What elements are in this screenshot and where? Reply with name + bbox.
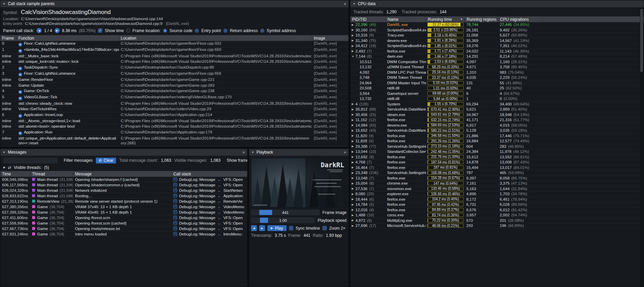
- table-row[interactable]: inlinestd::unique_ptr<Application,std::d…: [0, 136, 349, 146]
- frame-jump-icon[interactable]: ▶: [18, 90, 22, 94]
- collapse-icon[interactable]: ▼: [353, 2, 355, 5]
- scrollbar-thumb[interactable]: [640, 9, 643, 72]
- callstack-icon[interactable]: [173, 221, 177, 225]
- message-callstack[interactable]: DebugLog::Message←VFS::Open: [172, 227, 247, 231]
- message-callstack[interactable]: DebugLog::Message←StartNetwo: [172, 188, 247, 192]
- radio-source-code[interactable]: [163, 29, 167, 33]
- expand-icon[interactable]: ▶: [352, 23, 355, 26]
- expand-icon[interactable]: ▶: [352, 49, 355, 53]
- expand-icon[interactable]: ▶: [352, 203, 355, 206]
- table-row[interactable]: 606,049,398nsMain thread(31,596)Opening …: [0, 177, 247, 182]
- table-row[interactable]: ▶14,784(5)firefox.exe97.95 ms (0.42%)6,7…: [350, 202, 644, 207]
- prev-parent-button[interactable]: ◀: [36, 28, 42, 33]
- visible-threads-row[interactable]: ▶ ⇄ Visible threads: (5): [0, 165, 247, 171]
- table-row[interactable]: ▶35,812(88)ServiceHub.DataWarehou670.41 …: [350, 107, 644, 112]
- table-row[interactable]: 24,964DWM Master Input Thread5.03 ms (0.…: [350, 81, 644, 86]
- expand-icon[interactable]: ▶: [352, 192, 355, 196]
- table-row[interactable]: 627,831,246nsGame(36,704)Intro menu load…: [0, 231, 247, 237]
- column-header-running-time[interactable]: Running time ▼: [426, 16, 465, 22]
- table-row[interactable]: ▶2,492(7)firefox.exe1.71 s (7.42%)24,022…: [350, 49, 644, 54]
- table-row[interactable]: ▶11,828(6)firefox.exe291.26 ms (1.26%)16…: [350, 139, 644, 144]
- table-row[interactable]: ▶14,984(50)devenv.exe584.69 ms (2.53%)6,…: [350, 123, 644, 128]
- table-row[interactable]: ▼7,144(8)dwm.exe1.66 s (7.18%)14,2918,21…: [350, 54, 644, 59]
- table-row[interactable]: 627,380,356nsGame(36,704)VRAM 37x45: 13 …: [0, 204, 247, 210]
- column-header-frame[interactable]: Frame: [0, 35, 17, 41]
- close-icon[interactable]: ×: [343, 1, 346, 6]
- table-row[interactable]: ▶10,316(9)Tracy.exe2.18 s (9.45%)11,0585…: [350, 33, 644, 38]
- message-callstack[interactable]: DebugLog::Message←IntroMenu::: [172, 232, 247, 236]
- message-callstack[interactable]: DebugLog::Message←VFS::Open: [172, 183, 247, 187]
- radio-return-address-label[interactable]: Return address: [230, 28, 258, 33]
- next-parent-button[interactable]: ▶: [55, 28, 60, 33]
- column-header-name[interactable]: Name: [386, 16, 426, 22]
- message-callstack[interactable]: DebugLog::Message←VideoMemo: [172, 205, 247, 209]
- table-row[interactable]: ▶34,412(18)ScriptedSandbox64.exe1.85 s (…: [350, 43, 644, 49]
- table-row[interactable]: 626,024,328nsMain thread(31,596)Network …: [0, 188, 247, 193]
- step-forward-button[interactable]: ▶: [259, 225, 265, 231]
- show-time-checkbox[interactable]: ✓: [98, 28, 102, 33]
- frame-jump-icon[interactable]: ▶: [18, 43, 22, 46]
- collapse-icon[interactable]: ▼: [251, 151, 254, 154]
- callstack-icon[interactable]: [173, 194, 177, 198]
- message-callstack[interactable]: DebugLog::Message←VFS::Open: [172, 177, 247, 182]
- table-row[interactable]: 13,132uDWM Event Thread68.29 ms (0.30%)4…: [350, 64, 644, 70]
- table-row[interactable]: 8▶mainC:\Users\wolf\Desktop\darkrl\src\E…: [0, 146, 349, 147]
- callstack-icon[interactable]: [173, 205, 177, 209]
- table-row[interactable]: ▶15,004(8)chrome.exe147 ms (0.64%)7,1613…: [350, 181, 644, 186]
- table-row[interactable]: ▶27,696(17)Microsoft.ServiceHub.Co48.06 …: [350, 223, 644, 229]
- expand-icon[interactable]: ▶: [352, 118, 355, 121]
- expand-icon[interactable]: ▶: [352, 108, 355, 111]
- expand-icon[interactable]: ▶: [352, 161, 355, 164]
- frame-jump-icon[interactable]: ▶: [18, 73, 22, 76]
- clear-button[interactable]: ⊘ Clear: [96, 158, 116, 163]
- table-row[interactable]: ▶13,044(10)StandardCollector.Servic242.4…: [350, 149, 644, 155]
- message-callstack[interactable]: DebugLog::Message←Application:: [172, 194, 247, 198]
- expand-icon[interactable]: ▶: [352, 140, 355, 143]
- expand-icon[interactable]: ▶: [352, 150, 355, 153]
- table-row[interactable]: 13,732ntdll.dll5.84 us (0.00%)10(0.00%): [350, 96, 644, 102]
- expand-icon[interactable]: ▶: [352, 214, 355, 217]
- expand-icon[interactable]: ▶: [352, 187, 355, 190]
- table-row[interactable]: 626,833,622nsMain thread(31,596)Booting.…: [0, 193, 247, 199]
- expand-icon[interactable]: ▶: [352, 34, 355, 37]
- frame-jump-icon[interactable]: ▶: [18, 49, 22, 53]
- expand-icon[interactable]: ▶: [352, 44, 355, 47]
- column-header-message[interactable]: Message: [73, 171, 172, 177]
- filter-input[interactable]: [3, 158, 58, 163]
- table-row[interactable]: ▶11,820(9)firefox.exe346.58 ms (1.50%)21…: [350, 133, 644, 139]
- table-row[interactable]: ▶12,016(4)firefox.exe84.89 ms (0.37%)6,5…: [350, 207, 644, 213]
- expand-icon[interactable]: ▶: [352, 28, 355, 31]
- callstack-icon[interactable]: [173, 232, 177, 236]
- table-row[interactable]: ▶29,388(77)ServiceHub.SettingsHost273.15…: [350, 144, 644, 149]
- table-row[interactable]: ▶31,340(75)devenv.exe1.91 s (8.26%)35,36…: [350, 38, 644, 44]
- table-row[interactable]: ▶22,396(49)DarkRL.exe21.27 s (92.06%)78,…: [350, 22, 644, 28]
- expand-icon[interactable]: ▶: [352, 176, 355, 180]
- close-icon[interactable]: ×: [242, 150, 245, 155]
- step-back-button[interactable]: ◀: [251, 225, 257, 231]
- radio-symbol-address[interactable]: [260, 29, 264, 33]
- collapse-icon[interactable]: ▼: [352, 55, 355, 58]
- expand-icon[interactable]: ▶: [352, 102, 355, 105]
- expand-icon[interactable]: ▶: [352, 129, 355, 132]
- expand-icon[interactable]: ▶: [352, 39, 355, 42]
- table-row[interactable]: inlineVideo::GetTicksHiResC:\Users\wolf\…: [0, 106, 349, 112]
- frame-jump-icon[interactable]: ▶: [18, 131, 22, 135]
- table-row[interactable]: 3,564GameInput server69.68 us (0.00%)64(…: [350, 91, 644, 97]
- message-callstack[interactable]: DebugLog::Message←VideoMemo: [172, 210, 247, 214]
- table-row[interactable]: ▶12,692(9)firefox.exe231.76 ms (1.00%)15…: [350, 155, 644, 160]
- table-row[interactable]: ▶30,456(25)steam.exe643.61 ms (2.79%)34,…: [350, 112, 644, 118]
- message-callstack[interactable]: DebugLog::Message←VFS::Open: [172, 216, 247, 220]
- radio-entry-point[interactable]: [195, 29, 199, 33]
- table-row[interactable]: 4▶Game::OnTickC:\Users\wolf\Desktop\dark…: [0, 88, 349, 95]
- callstack-icon[interactable]: [173, 216, 177, 219]
- close-icon[interactable]: ×: [343, 150, 346, 155]
- expand-icon[interactable]: ▶: [352, 208, 355, 211]
- table-row[interactable]: ▶15,652(43)ServiceHub.DataWarehou580.22 …: [350, 128, 644, 133]
- zoom-2x-checkbox[interactable]: [322, 226, 327, 230]
- frame-jump-icon[interactable]: ▶: [18, 67, 22, 70]
- table-row[interactable]: ▶27,536(7)msvsmon.exe133.45 ms (0.58%)5,…: [350, 186, 644, 192]
- collapse-icon[interactable]: ▼: [3, 2, 5, 5]
- table-row[interactable]: inlinestd::_Mutex_base::lockC:\Program F…: [0, 54, 349, 59]
- expand-icon[interactable]: ▶: [352, 171, 355, 174]
- radio-symbol-address-label[interactable]: Symbol address: [267, 28, 296, 33]
